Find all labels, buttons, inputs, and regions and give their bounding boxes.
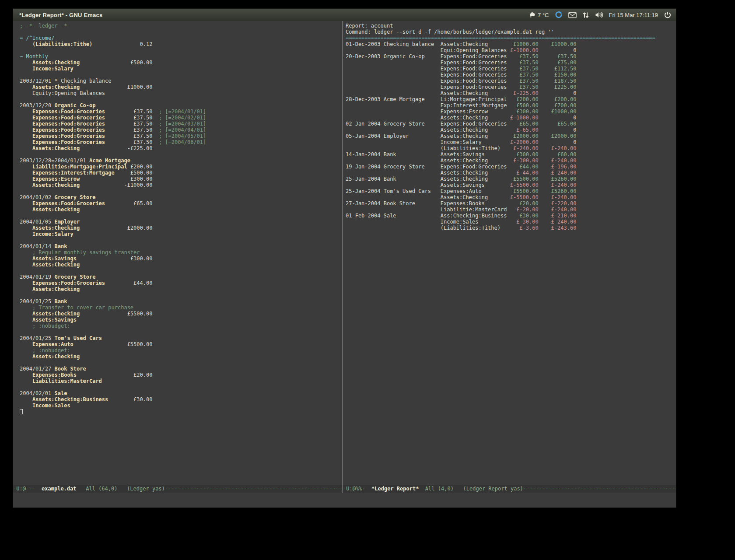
buffer-line: Income:Sales £-30.00 £-240.00 (346, 219, 676, 225)
buffer-line: 19-Jan-2004 Grocery Store Expens:Food:Gr… (346, 164, 676, 170)
buffer-line: 2004/01/02 Grocery Store (20, 194, 343, 200)
text-segment: ; -*- ledger -*- (20, 23, 70, 29)
text-segment: £-5500.00 (507, 194, 538, 200)
text-segment: £37.50 (105, 127, 152, 133)
buffer-line: 28-Dec-2003 Acme Mortgage Li:Mortgage:Pr… (346, 96, 676, 102)
text-segment: £700.00 (539, 102, 577, 108)
text-segment (20, 396, 32, 402)
text-segment (20, 378, 32, 384)
text-segment (346, 139, 441, 145)
buffer-line: Expenses:Food:Groceries £37.50 ; [=2004/… (20, 121, 343, 127)
buffer-line: 14-Jan-2004 Bank Assets:Savings £300.00 … (346, 151, 676, 158)
buffer-line: Assets:Savings (20, 317, 343, 323)
text-segment: £30.00 (108, 396, 152, 402)
buffer-line: 2004/01/25 Bank (20, 298, 343, 304)
refresh-icon[interactable] (555, 11, 563, 19)
buffer-line: Exp:Interest:Mortgage £500.00 £700.00 (346, 102, 676, 108)
power-icon[interactable] (664, 11, 672, 19)
buffer-line: 2004/01/25 Tom's Used Cars (20, 335, 343, 341)
text-segment: Assets:Savings (32, 256, 77, 262)
text-segment (346, 219, 441, 225)
buffer-line: Expenses:Food:Groceries £37.50 ; [=2004/… (20, 108, 343, 115)
buffer-line: (Liabilities:Tithe) 0.12 (20, 41, 343, 47)
text-segment (20, 41, 32, 47)
text-segment: £187.50 (539, 78, 577, 84)
text-segment: Liabilitie:MasterCard (441, 206, 507, 213)
ledger-report-buffer[interactable]: Report: accountCommand: ledger --sort d … (343, 21, 676, 485)
text-segment: £-65.00 (507, 127, 538, 133)
text-segment: £65.00 (507, 121, 538, 127)
ledger-file-buffer[interactable]: ; -*- ledger -*-= /^Income/ (Liabilities… (13, 21, 343, 485)
text-segment: £-240.00 (539, 219, 577, 225)
buffer-line (20, 268, 343, 274)
text-segment: 2004/02/01 (20, 390, 54, 396)
text-segment: 0.12 (92, 41, 152, 47)
text-segment (20, 170, 32, 176)
text-segment: £-2000.00 (507, 139, 538, 145)
text-segment: 01-Feb-2004 Sale (346, 213, 441, 219)
text-segment: £500.00 (115, 170, 153, 176)
text-segment: £-44.00 (507, 170, 538, 176)
text-segment: £-1000.00 (507, 47, 538, 53)
text-segment: Expenses:Escrow (441, 108, 507, 115)
text-segment: ; [=2004/02/01] (152, 115, 206, 121)
text-segment: Expens:Food:Groceries (441, 78, 507, 84)
buffer-line: ; :nobudget: (20, 323, 343, 329)
text-segment: 0 (539, 47, 577, 53)
modeline-segment (419, 486, 425, 492)
buffer-line: Liabilities:MasterCard (20, 378, 343, 384)
clock[interactable]: Fri 15 Mar 17:11:19 (609, 12, 658, 18)
text-segment: £37.50 (539, 53, 577, 60)
minibuffer[interactable] (13, 493, 676, 508)
buffer-line: 2004/02/01 Sale (20, 390, 343, 396)
text-segment: £300.00 (507, 108, 538, 115)
buffer-line: Expenses:Food:Groceries £44.00 (20, 280, 343, 286)
text-segment: Assets:Checking (32, 182, 80, 188)
modeline-segment: All (64,0) (86, 486, 117, 492)
text-segment (346, 115, 441, 121)
buffer-line: 27-Jan-2004 Book Store Expenses:Books £2… (346, 200, 676, 206)
text-segment: Exp:Interest:Mortgage (441, 102, 507, 108)
buffer-line (20, 151, 343, 158)
text-segment: 2004/01/05 (20, 219, 54, 225)
buffer-line (20, 213, 343, 219)
text-segment: £20.00 (507, 200, 538, 206)
text-segment (346, 194, 441, 200)
emacs-frame-body: ; -*- ledger -*-= /^Income/ (Liabilities… (13, 21, 676, 508)
text-segment: Assets:Checking (32, 60, 80, 66)
text-segment (346, 158, 441, 164)
buffer-line: 2004/01/27 Book Store (20, 366, 343, 372)
text-segment: Expenses:Food:Groceries (32, 115, 105, 121)
text-segment: Tom's Used Cars (54, 335, 102, 341)
text-segment: £37.50 (507, 66, 538, 72)
text-segment (20, 139, 32, 145)
text-segment (20, 127, 32, 133)
text-segment (20, 84, 32, 90)
text-segment: Assets:Checking (32, 354, 80, 360)
text-segment: £37.50 (105, 139, 152, 145)
text-segment: £44.00 (507, 164, 538, 170)
network-icon[interactable] (582, 11, 589, 19)
text-segment: Expenses:Books (441, 200, 507, 206)
system-tray: 7 °C (528, 11, 672, 19)
buffer-line: 2004/01/14 Bank (20, 243, 343, 249)
desktop: *Ledger Report* - GNU Emacs 7 °C (0, 0, 735, 560)
text-segment: £37.50 (105, 108, 152, 115)
text-segment: Assets:Savings (32, 317, 77, 323)
text-segment: £5260.00 (539, 188, 577, 194)
text-segment: £-240.00 (539, 145, 577, 151)
text-segment: Assets:Checking (32, 84, 80, 90)
mail-icon[interactable] (568, 12, 577, 18)
text-segment: £20.00 (77, 372, 152, 378)
buffer-line (20, 96, 343, 102)
buffer-line: Assets:Checking £2000.00 (20, 225, 343, 231)
volume-icon[interactable] (595, 11, 603, 18)
modeline-segment: ----------------------------------------… (523, 486, 676, 492)
text-segment: Expenses:Food:Groceries (32, 280, 105, 286)
buffer-line: Assets:Checking -£1000.00 (20, 182, 343, 188)
text-segment: £60.00 (539, 151, 577, 158)
titlebar[interactable]: *Ledger Report* - GNU Emacs 7 °C (13, 9, 676, 21)
buffer-line: Income:Salary (20, 66, 343, 72)
weather-indicator[interactable]: 7 °C (528, 11, 549, 18)
text-segment: ; [=2004/05/01] (152, 133, 206, 139)
